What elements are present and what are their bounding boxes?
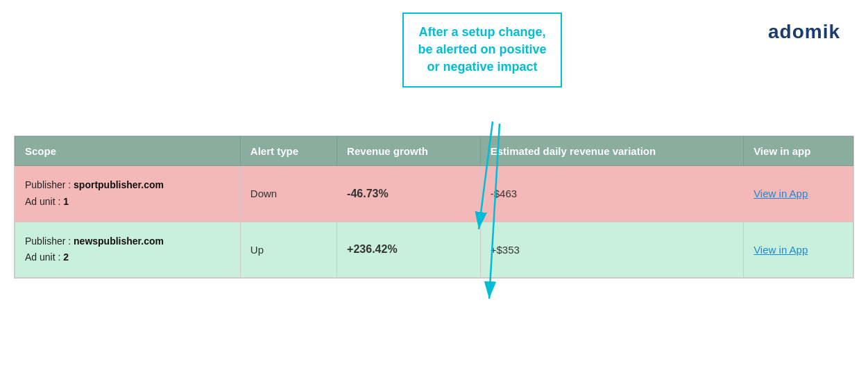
view-in-app-link[interactable]: View in App: [754, 188, 808, 199]
adunit-value: 2: [63, 251, 69, 263]
adunit-label: Ad unit :: [25, 251, 63, 263]
alert-type-cell: Down: [240, 166, 337, 222]
col-view-in-app: View in app: [744, 137, 853, 166]
page-wrapper: adomik After a setup change, be alerted …: [0, 0, 868, 380]
revenue-growth-cell: -46.73%: [337, 166, 481, 222]
tooltip-box: After a setup change, be alerted on posi…: [402, 13, 562, 88]
col-alert-type: Alert type: [240, 137, 337, 166]
tooltip-text: After a setup change, be alerted on posi…: [415, 24, 550, 76]
col-estimated-daily: Estimated daily revenue variation: [480, 137, 743, 166]
logo-text: adomik: [768, 21, 840, 42]
table-row: Publisher : sportpublisher.com Ad unit :…: [15, 166, 853, 222]
table-row: Publisher : newspublisher.com Ad unit : …: [15, 222, 853, 278]
publisher-label: Publisher :: [25, 236, 74, 247]
main-table: Scope Alert type Revenue growth Estimate…: [15, 136, 853, 278]
alert-type-cell: Up: [240, 222, 337, 278]
revenue-growth-cell: +236.42%: [337, 222, 481, 278]
publisher-name: newspublisher.com: [74, 236, 164, 247]
table-wrapper: Scope Alert type Revenue growth Estimate…: [14, 135, 854, 279]
publisher-name: sportpublisher.com: [74, 179, 164, 190]
scope-cell: Publisher : sportpublisher.com Ad unit :…: [15, 166, 241, 222]
view-in-app-link[interactable]: View in App: [754, 244, 808, 256]
table-header-row: Scope Alert type Revenue growth Estimate…: [15, 137, 853, 166]
estimated-daily-cell: -$463: [480, 166, 743, 222]
logo: adomik: [768, 21, 840, 43]
estimated-daily-cell: +$353: [480, 222, 743, 278]
publisher-label: Publisher :: [25, 179, 74, 190]
scope-cell: Publisher : newspublisher.com Ad unit : …: [15, 222, 241, 278]
view-in-app-cell: View in App: [744, 166, 853, 222]
col-scope: Scope: [15, 137, 241, 166]
col-revenue-growth: Revenue growth: [337, 137, 481, 166]
adunit-value: 1: [63, 196, 69, 207]
view-in-app-cell: View in App: [744, 222, 853, 278]
adunit-label: Ad unit :: [25, 196, 63, 207]
